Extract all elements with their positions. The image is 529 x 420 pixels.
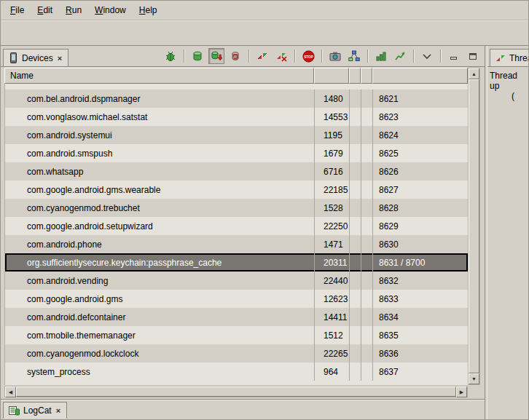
process-name: com.bel.android.dspmanager (5, 90, 315, 108)
process-pid: 1679 (315, 144, 350, 162)
menu-help[interactable]: Help (133, 2, 164, 18)
stop-process-icon[interactable]: STOP (300, 48, 316, 64)
toolbar-separator (294, 49, 295, 63)
table-row[interactable]: com.tmobile.thememanager15128635 (5, 326, 468, 344)
screen-capture-icon[interactable] (327, 48, 343, 64)
tab-devices[interactable]: Devices × (3, 49, 68, 66)
process-pid: 1512 (315, 326, 350, 344)
dump-hprof-icon[interactable] (208, 48, 224, 64)
tab-logcat[interactable]: LogCat × (3, 402, 67, 419)
scroll-left-icon[interactable]: ◀ (5, 387, 16, 397)
scroll-up-icon[interactable]: ▲ (469, 68, 479, 79)
menu-bar: File Edit Run Window Help (1, 1, 528, 20)
table-row[interactable]: org.sufficientlysecure.keychain:passphra… (5, 253, 468, 272)
scroll-down-icon[interactable]: ▼ (469, 373, 479, 384)
devices-tabbar: Devices × (1, 46, 485, 67)
table-row[interactable]: com.android.defcontainer144118634 (5, 308, 468, 326)
process-port: 8635 (373, 326, 468, 344)
table-row[interactable]: com.android.phone14718630 (5, 235, 468, 253)
table-row[interactable]: com.android.smspush16798625 (5, 144, 468, 162)
table-row[interactable]: com.android.vending224408632 (5, 272, 468, 290)
table-row[interactable]: com.google.android.setupwizard222508629 (5, 217, 468, 235)
process-name: com.google.android.setupwizard (5, 217, 315, 235)
scroll-right-icon[interactable]: ▶ (456, 387, 467, 397)
menu-file[interactable]: File (4, 2, 31, 18)
empty-cell (361, 108, 373, 126)
toolbar-separator (248, 49, 249, 63)
vertical-scroll-thumb[interactable] (469, 79, 479, 373)
table-row[interactable]: com.whatsapp67168626 (5, 162, 468, 181)
view-menu-icon[interactable] (419, 48, 435, 64)
column-header-empty[interactable] (361, 68, 372, 84)
column-header-port[interactable] (372, 68, 468, 84)
horizontal-scrollbar[interactable]: ◀ ▶ (4, 386, 468, 397)
process-name: com.android.smspush (5, 144, 315, 162)
device-process-table: Name com.bel.android.dspmanager14808621c… (4, 68, 480, 397)
process-port: 8630 (373, 235, 468, 253)
empty-cell (350, 217, 361, 235)
svg-text:STOP: STOP (304, 55, 313, 58)
process-pid: 22250 (315, 217, 350, 235)
empty-cell (350, 90, 361, 108)
process-pid: 964 (315, 362, 350, 381)
debug-process-icon[interactable] (162, 48, 179, 64)
empty-cell (350, 235, 361, 253)
process-pid: 20311 (315, 253, 350, 272)
menu-run[interactable]: Run (59, 2, 88, 18)
empty-cell (361, 272, 373, 290)
table-row[interactable]: com.cyanogenmod.trebuchet15288628 (5, 199, 468, 217)
table-row[interactable]: system_process9648637 (5, 362, 468, 381)
scrollbar-corner (468, 385, 480, 397)
process-port: 8627 (373, 181, 468, 199)
process-name: com.google.android.gms.wearable (5, 181, 315, 199)
device-table-body: com.bel.android.dspmanager14808621com.vo… (4, 84, 468, 385)
logcat-bar: LogCat × (1, 399, 485, 419)
start-method-profiling-icon[interactable] (373, 48, 389, 64)
column-header-pid[interactable] (314, 68, 349, 84)
table-row[interactable]: com.android.systemui11958624 (5, 126, 468, 144)
left-column: Devices × (1, 46, 485, 419)
stop-threads-icon[interactable] (273, 48, 289, 64)
empty-cell (361, 253, 373, 272)
tab-threads[interactable]: Threa (490, 49, 528, 66)
close-tab-icon[interactable]: × (55, 407, 61, 414)
close-tab-icon[interactable]: × (57, 55, 63, 62)
logcat-icon (9, 405, 20, 416)
table-row[interactable]: com.vonglasow.michael.satstat145538623 (5, 108, 468, 126)
empty-cell (361, 162, 373, 181)
column-header-empty[interactable] (349, 68, 361, 84)
capture-trace-icon[interactable] (392, 48, 408, 64)
dump-view-hierarchy-icon[interactable] (346, 48, 362, 64)
minimize-icon[interactable] (446, 48, 462, 64)
cause-gc-icon[interactable] (227, 48, 243, 64)
update-threads-icon[interactable] (254, 48, 270, 64)
process-name: system_process (5, 362, 315, 381)
table-row[interactable]: com.google.android.gms126238633 (5, 290, 468, 308)
process-name: org.sufficientlysecure.keychain:passphra… (5, 253, 315, 272)
menu-window[interactable]: Window (88, 2, 133, 18)
empty-cell (350, 253, 361, 272)
empty-cell (350, 108, 361, 126)
menu-edit[interactable]: Edit (31, 2, 59, 18)
empty-cell (361, 126, 373, 144)
device-icon (9, 52, 18, 63)
process-port: 8637 (373, 362, 468, 381)
update-heap-icon[interactable] (189, 48, 205, 64)
threads-message-line1: Thread up (490, 71, 526, 91)
table-row[interactable]: com.cyanogenmod.lockclock222658636 (5, 344, 468, 362)
toolbar-separator (413, 49, 414, 63)
column-header-name[interactable]: Name (4, 68, 314, 84)
maximize-icon[interactable] (465, 48, 481, 64)
process-name: com.google.android.gms (5, 290, 315, 308)
table-row[interactable]: com.google.android.gms.wearable221858627 (5, 181, 468, 199)
process-pid: 6716 (315, 162, 350, 181)
threads-tabbar: Threa (487, 46, 528, 67)
process-pid: 1471 (315, 235, 350, 253)
process-port: 8632 (373, 272, 468, 290)
process-port: 8623 (373, 108, 468, 126)
empty-cell (350, 308, 361, 326)
table-row[interactable]: com.bel.android.dspmanager14808621 (5, 90, 468, 108)
vertical-scrollbar[interactable]: ▲ ▼ (468, 68, 480, 385)
threads-panel: Threa Thread up ( (487, 46, 528, 419)
horizontal-scroll-thumb[interactable] (16, 387, 456, 397)
